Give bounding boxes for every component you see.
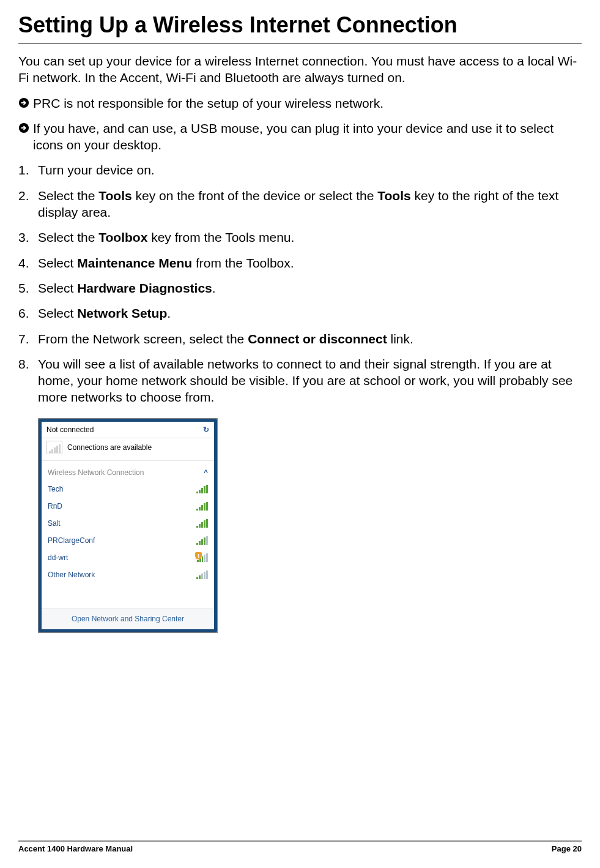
wifi-network-list: TechRnDSaltPRClargeConfdd-wrt!Other Netw… bbox=[42, 479, 214, 586]
step-text: Select bbox=[38, 256, 77, 270]
step-text: . bbox=[212, 281, 216, 295]
step-text: key from the Tools menu. bbox=[147, 230, 294, 244]
step-bold: Hardware Diagnostics bbox=[77, 281, 212, 295]
step-item: Select Maintenance Menu from the Toolbox… bbox=[18, 255, 582, 271]
step-bold: Connect or disconnect bbox=[248, 332, 387, 346]
wifi-section-header[interactable]: Wireless Network Connection ^ bbox=[42, 461, 214, 479]
wifi-section-label: Wireless Network Connection bbox=[48, 468, 144, 477]
signal-icon: ! bbox=[197, 553, 208, 562]
wifi-network-item[interactable]: PRClargeConf bbox=[46, 532, 209, 549]
signal-icon bbox=[46, 441, 62, 454]
signal-icon bbox=[196, 485, 208, 493]
signal-icon bbox=[196, 502, 208, 511]
arrow-right-icon bbox=[18, 97, 29, 108]
step-text: Select the bbox=[38, 230, 98, 244]
spacer bbox=[42, 586, 214, 608]
wifi-header-text: Not connected bbox=[46, 425, 94, 434]
wifi-network-item[interactable]: RnD bbox=[46, 498, 209, 515]
step-text: Select bbox=[38, 281, 77, 295]
step-item: Select the Toolbox key from the Tools me… bbox=[18, 229, 582, 245]
wifi-network-item[interactable]: dd-wrt! bbox=[46, 549, 209, 566]
wifi-network-name: Salt bbox=[48, 519, 61, 528]
wifi-network-name: Tech bbox=[48, 485, 63, 493]
signal-icon bbox=[196, 571, 208, 579]
note-item: PRC is not responsible for the setup of … bbox=[18, 95, 582, 111]
signal-icon bbox=[196, 536, 208, 545]
step-bold: Tools bbox=[98, 189, 131, 203]
step-text: key on the front of the device or select… bbox=[132, 189, 378, 203]
wifi-popup-screenshot: Not connected ↻ Connections are availabl… bbox=[38, 418, 218, 633]
note-text: PRC is not responsible for the setup of … bbox=[33, 95, 383, 111]
step-item: Turn your device on. bbox=[18, 162, 582, 178]
arrow-right-icon bbox=[18, 122, 29, 133]
step-text: From the Network screen, select the bbox=[38, 332, 248, 346]
wifi-status-row: Connections are available bbox=[42, 438, 214, 461]
note-text: If you have, and can use, a USB mouse, y… bbox=[33, 120, 582, 154]
wifi-network-name: Other Network bbox=[48, 571, 95, 579]
step-text: You will see a list of available network… bbox=[38, 357, 572, 405]
steps-list: Turn your device on. Select the Tools ke… bbox=[18, 162, 582, 414]
wifi-status-text: Connections are available bbox=[67, 443, 152, 452]
wifi-network-item[interactable]: Other Network bbox=[46, 566, 209, 583]
step-bold: Maintenance Menu bbox=[77, 256, 192, 270]
wifi-network-name: PRClargeConf bbox=[48, 536, 95, 545]
footer-left: Accent 1400 Hardware Manual bbox=[18, 844, 133, 853]
wifi-network-item[interactable]: Tech bbox=[46, 481, 209, 498]
signal-icon bbox=[196, 519, 208, 528]
wifi-network-name: RnD bbox=[48, 502, 62, 511]
step-text: . bbox=[167, 306, 171, 320]
wifi-header: Not connected ↻ bbox=[42, 422, 214, 438]
refresh-icon[interactable]: ↻ bbox=[203, 425, 209, 434]
step-item: Select Network Setup. bbox=[18, 305, 582, 321]
step-text: Select the bbox=[38, 189, 98, 203]
shield-icon: ! bbox=[195, 552, 202, 559]
wifi-footer-link[interactable]: Open Network and Sharing Center bbox=[42, 608, 214, 629]
step-item: You will see a list of available network… bbox=[18, 356, 582, 406]
step-bold: Network Setup bbox=[77, 306, 167, 320]
footer-right: Page 20 bbox=[552, 844, 582, 853]
chevron-up-icon: ^ bbox=[204, 468, 208, 477]
step-item: From the Network screen, select the Conn… bbox=[18, 331, 582, 347]
page-title: Setting Up a Wireless Internet Connectio… bbox=[18, 12, 582, 44]
step-item: Select the Tools key on the front of the… bbox=[18, 187, 582, 221]
step-text: Turn your device on. bbox=[38, 163, 155, 177]
note-item: If you have, and can use, a USB mouse, y… bbox=[18, 120, 582, 154]
step-text: Select bbox=[38, 306, 77, 320]
step-text: from the Toolbox. bbox=[192, 256, 294, 270]
intro-paragraph: You can set up your device for a wireles… bbox=[18, 53, 582, 86]
step-text: link. bbox=[387, 332, 413, 346]
page-footer: Accent 1400 Hardware Manual Page 20 bbox=[18, 840, 582, 853]
wifi-network-name: dd-wrt bbox=[48, 553, 68, 562]
step-item: Select Hardware Diagnostics. bbox=[18, 280, 582, 296]
step-bold: Tools bbox=[377, 189, 410, 203]
step-bold: Toolbox bbox=[98, 230, 147, 244]
wifi-network-item[interactable]: Salt bbox=[46, 515, 209, 532]
